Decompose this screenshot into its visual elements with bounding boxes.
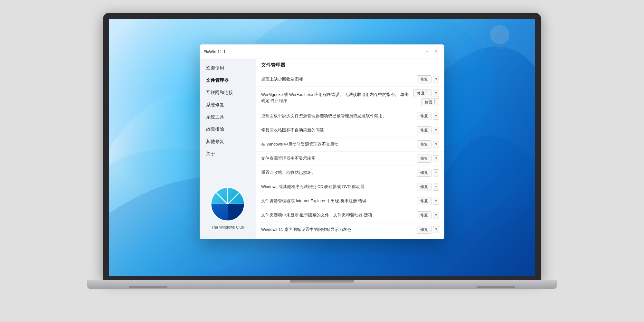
sidebar-item-welcome[interactable]: 欢迎使用 — [200, 62, 256, 74]
title-bar: FixWin 11.1 – ✕ — [200, 44, 444, 59]
fix-button[interactable]: 修复 — [417, 197, 431, 205]
fix-button[interactable]: 修复 — [417, 183, 431, 191]
main-content: 文件管理器 桌面上缺少回收站图标 修复 ? — [256, 59, 444, 239]
fix-row: Windows 或其他程序无法识别 CD 驱动器或 DVD 驱动器 修复 ? — [256, 180, 444, 194]
fix-button[interactable]: 修复 — [417, 155, 431, 163]
help-button[interactable]: ? — [433, 155, 439, 162]
fix-buttons: 修复 ? — [417, 169, 439, 177]
laptop-base — [87, 280, 557, 289]
fix-button[interactable]: 修复 — [417, 112, 431, 120]
fix-button[interactable]: 修复 — [417, 226, 431, 234]
app-body: 欢迎使用 文件管理器 互联网和连接 系统修复 系统工具 故障排除 其他修复 关于 — [200, 59, 444, 239]
fix-row: 重置回收站。回收站已损坏。 修复 ? — [256, 166, 444, 180]
fix-description: 文件夹选项中未显示·显示隐藏的文件、文件夹和驱动器·选项 — [261, 212, 417, 218]
logo-text: The Windows Club — [212, 225, 244, 230]
help-button[interactable]: ? — [433, 127, 439, 134]
fix-description: 修复回收站图标不自动刷新的问题 — [261, 127, 417, 133]
fixes-list: 桌面上缺少回收站图标 修复 ? WerMgr.exe — [256, 71, 444, 239]
fix-buttons: 修复 ? — [417, 183, 439, 191]
app-window: FixWin 11.1 – ✕ 欢迎使用 文件管理器 互联网和连接 系统修复 系… — [200, 44, 444, 239]
fix-button[interactable]: 修复 — [417, 126, 431, 134]
fix-row: Windows 11 桌面图标设置中的回收站显示为灰色 修复 ? — [256, 223, 444, 237]
fix-buttons: 修复 ? — [417, 197, 439, 205]
fix-description: 文件资源管理器或 Internet Explorer 中出现·类未注册·错误 — [261, 198, 417, 204]
laptop-frame: F 测量 FixWin 11.1 – ✕ 欢迎使用 — [87, 13, 557, 309]
fix-buttons: 修复 1 ? 修复 2 — [413, 89, 439, 106]
laptop-foot-right — [477, 286, 515, 288]
fix-buttons: 修复 ? — [417, 112, 439, 120]
watermark: F 测量 — [490, 25, 509, 50]
sidebar-item-about[interactable]: 关于 — [200, 148, 256, 160]
fix-row: 控制面板中缺少文件资源管理器选项或已被管理员或恶意软件禁用。 修复 ? — [256, 109, 444, 123]
fix-description: 文件资源管理器中不显示缩图 — [261, 156, 417, 161]
section-title: 文件管理器 — [256, 59, 444, 71]
fix-buttons: 修复 ? — [417, 126, 439, 134]
fix-row: 修复回收站图标不自动刷新的问题 修复 ? — [256, 123, 444, 137]
help-button[interactable]: ? — [433, 76, 439, 83]
fix-row: 桌面上缺少回收站图标 修复 ? — [256, 72, 444, 87]
fix-description: Windows 或其他程序无法识别 CD 驱动器或 DVD 驱动器 — [261, 184, 417, 190]
fix-row: 文件夹选项中未显示·显示隐藏的文件、文件夹和驱动器·选项 修复 ? — [256, 208, 444, 223]
sidebar-item-troubleshoot[interactable]: 故障排除 — [200, 123, 256, 136]
sidebar: 欢迎使用 文件管理器 互联网和连接 系统修复 系统工具 故障排除 其他修复 关于 — [200, 59, 256, 239]
fix-button-2[interactable]: 修复 2 — [421, 98, 439, 106]
help-button[interactable]: ? — [433, 169, 439, 176]
help-button[interactable]: ? — [433, 212, 439, 219]
fix-button[interactable]: 修复 — [417, 211, 431, 219]
screen-bezel: F 测量 FixWin 11.1 – ✕ 欢迎使用 — [103, 13, 541, 280]
app-title: FixWin 11.1 — [204, 49, 226, 54]
laptop-feet — [129, 286, 515, 288]
help-button[interactable]: ? — [433, 141, 439, 148]
laptop-hinge — [290, 280, 354, 283]
fix-buttons: 修复 ? — [417, 211, 439, 219]
fix-description: 在 Windows 中启动时资源管理器不会启动 — [261, 141, 417, 147]
laptop-foot-left — [129, 286, 167, 288]
logo-icon — [210, 186, 245, 222]
fix-row: 在 Windows 中启动时资源管理器不会启动 修复 ? — [256, 137, 444, 152]
fix-button[interactable]: 修复 — [417, 75, 431, 83]
fix-row: 文件资源管理器或 Internet Explorer 中出现·类未注册·错误 修… — [256, 194, 444, 208]
sidebar-item-system-repair[interactable]: 系统修复 — [200, 99, 256, 111]
close-button[interactable]: ✕ — [431, 47, 440, 56]
fix-buttons: 修复 ? — [417, 140, 439, 148]
screen: F 测量 FixWin 11.1 – ✕ 欢迎使用 — [109, 19, 535, 276]
sidebar-item-system-tools[interactable]: 系统工具 — [200, 111, 256, 123]
sidebar-item-file-manager[interactable]: 文件管理器 — [200, 74, 256, 87]
fix-buttons: 修复 ? — [417, 75, 439, 83]
fix-description: WerMgr.exe 或 WerFault.exe 应用程序错误。 无法读取引用… — [261, 92, 413, 103]
fix-row: 文件资源管理器中不显示缩图 修复 ? — [256, 152, 444, 166]
fix-button-1[interactable]: 修复 1 — [413, 89, 431, 97]
fix-button[interactable]: 修复 — [417, 140, 431, 148]
help-button[interactable]: ? — [433, 198, 439, 205]
sidebar-logo: The Windows Club — [200, 180, 256, 236]
help-button[interactable]: ? — [433, 226, 439, 233]
help-button[interactable]: ? — [433, 113, 439, 120]
sidebar-item-internet[interactable]: 互联网和连接 — [200, 87, 256, 99]
fix-description: 控制面板中缺少文件资源管理器选项或已被管理员或恶意软件禁用。 — [261, 113, 417, 119]
help-button[interactable]: ? — [433, 184, 439, 191]
window-controls: – ✕ — [422, 47, 440, 56]
fix-description: 重置回收站。回收站已损坏。 — [261, 170, 417, 175]
fix-button[interactable]: 修复 — [417, 169, 431, 177]
fix-buttons: 修复 ? — [417, 155, 439, 163]
sidebar-item-other-fixes[interactable]: 其他修复 — [200, 136, 256, 148]
minimize-button[interactable]: – — [422, 47, 431, 56]
fix-description: Windows 11 桌面图标设置中的回收站显示为灰色 — [261, 227, 417, 232]
fix-buttons: 修复 ? — [417, 226, 439, 234]
help-button[interactable]: ? — [433, 90, 439, 97]
fix-description: 桌面上缺少回收站图标 — [261, 76, 417, 82]
fix-row: WerMgr.exe 或 WerFault.exe 应用程序错误。 无法读取引用… — [256, 87, 444, 109]
